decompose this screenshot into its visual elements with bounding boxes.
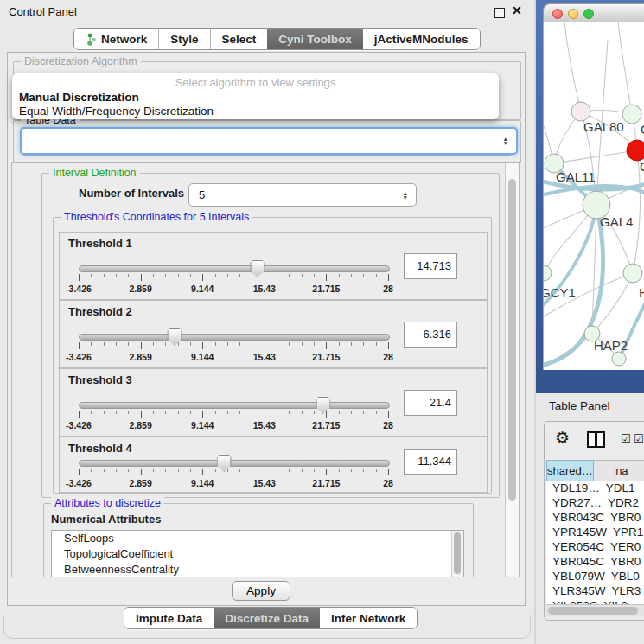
threshold-slider[interactable]: -3.4262.8599.14415.4321.71528	[79, 330, 388, 365]
table-row[interactable]: YBR045CYBR0	[546, 555, 644, 570]
network-node[interactable]	[543, 265, 552, 281]
table-cell[interactable]: YPR145W	[546, 526, 607, 540]
threshold-slider[interactable]: -3.4262.8599.14415.4321.71528	[79, 456, 388, 491]
float-window-icon[interactable]	[494, 8, 505, 18]
slider-tick	[326, 411, 327, 418]
table-row[interactable]: YLR345WYLR3	[546, 584, 644, 599]
threshold-value-field[interactable]: 11.344	[404, 449, 457, 475]
table-cell[interactable]: YER054C	[546, 540, 604, 555]
slider-track[interactable]	[79, 402, 390, 409]
numerical-attributes-label: Numerical Attributes	[51, 513, 161, 526]
minimize-window-icon[interactable]	[568, 9, 578, 19]
select-checkbox-icon[interactable]: ☑	[621, 432, 631, 445]
algorithm-option-manual-discretization[interactable]: Manual Discretization	[12, 90, 499, 104]
slider-tick	[91, 469, 92, 472]
table-row[interactable]: YER054CYER0	[546, 540, 644, 555]
table-cell[interactable]: YBL0	[605, 570, 644, 584]
network-node[interactable]	[623, 264, 642, 283]
slider-tick	[215, 411, 216, 414]
tab-label: Infer Network	[331, 612, 405, 625]
table-cell[interactable]: YDL1	[600, 481, 644, 496]
table-cell[interactable]: YBR0	[604, 511, 644, 526]
gear-icon[interactable]: ⚙	[555, 428, 570, 448]
threshold-slider[interactable]: -3.4262.8599.14415.4321.71528	[79, 262, 388, 296]
table-cell[interactable]: YLR3	[606, 584, 644, 599]
table-column-header[interactable]: shared…	[546, 460, 594, 481]
slider-tick	[351, 469, 352, 472]
threshold-value-field[interactable]: 21.4	[404, 390, 457, 416]
table-horizontal-scrollbar[interactable]	[546, 604, 644, 616]
slider-tick	[116, 469, 117, 472]
slider-tick	[363, 411, 364, 414]
table-column-header[interactable]: na	[594, 460, 644, 481]
slider-tick	[388, 411, 389, 418]
close-icon[interactable]: ✕	[512, 3, 522, 17]
attribute-item-betweennesscentrality[interactable]: BetweennessCentrality	[52, 562, 463, 577]
slider-track[interactable]	[79, 265, 390, 272]
control-panel-titlebar: Control Panel ✕	[0, 0, 534, 22]
tab-style[interactable]: Style	[158, 29, 209, 49]
settings-vertical-scrollbar[interactable]	[505, 163, 519, 578]
table-cell[interactable]: YBL079W	[546, 570, 605, 584]
select-all-checkbox-icon[interactable]: ☑	[634, 432, 644, 445]
tab-jactivemnodules[interactable]: jActiveMNodules	[363, 29, 480, 49]
tab-network[interactable]: Network	[74, 29, 158, 49]
attribute-item-selfloops[interactable]: SelfLoops	[52, 531, 463, 546]
slider-track[interactable]	[79, 334, 390, 341]
table-row[interactable]: YPR145WYPR1	[546, 526, 644, 540]
slider-tick	[227, 411, 228, 414]
table-cell[interactable]: YER0	[604, 540, 644, 555]
attributes-list-scrollbar[interactable]	[451, 531, 463, 577]
thresholds-group: Threshold's Coordinates for 5 Intervals …	[53, 217, 492, 494]
tab-select[interactable]: Select	[210, 29, 268, 49]
slider-tick	[339, 274, 340, 277]
threshold-value-field[interactable]: 6.316	[404, 322, 457, 348]
tab-label: Impute Data	[136, 612, 202, 625]
attribute-item-topologicalcoefficient[interactable]: TopologicalCoefficient	[52, 546, 463, 562]
table-row[interactable]: YBR043CYBR0	[546, 511, 644, 526]
slider-tick-label: -3.426	[66, 284, 92, 294]
slider-track[interactable]	[79, 460, 390, 467]
slider-tick	[265, 274, 265, 281]
network-node[interactable]	[571, 102, 590, 121]
table-cell[interactable]: YDL19…	[546, 481, 600, 496]
close-window-icon[interactable]	[552, 9, 563, 19]
slider-tick	[79, 274, 80, 281]
algorithm-placeholder-item: Select algorithm to view settings	[12, 73, 499, 90]
apply-row: Apply	[8, 577, 525, 605]
table-cell[interactable]: YDR2	[602, 496, 644, 511]
number-of-intervals-combobox[interactable]: 5 ▲▼	[188, 183, 417, 207]
slider-thumb[interactable]	[167, 328, 182, 346]
slider-tick	[314, 274, 315, 277]
table-row[interactable]: YDL19…YDL1	[546, 481, 644, 496]
threshold-value-field[interactable]: 14.713	[404, 253, 457, 279]
slider-tick	[128, 274, 129, 277]
slider-tick	[141, 411, 142, 418]
tab-impute-data[interactable]: Impute Data	[124, 608, 214, 628]
slider-thumb[interactable]	[316, 397, 330, 414]
threshold-slider[interactable]: -3.4262.8599.14415.4321.71528	[79, 399, 388, 433]
network-node[interactable]	[627, 140, 644, 161]
algorithm-option-equal-width-frequency-discretization[interactable]: Equal Width/Frequency Discretization	[12, 104, 499, 118]
network-node[interactable]	[612, 352, 626, 366]
network-node[interactable]	[622, 105, 641, 124]
split-columns-icon[interactable]	[587, 431, 605, 448]
slider-thumb[interactable]	[217, 455, 232, 472]
table-cell[interactable]: YBR045C	[546, 555, 604, 570]
zoom-window-icon[interactable]	[583, 9, 594, 19]
algorithm-combobox[interactable]: ▲▼	[20, 127, 518, 155]
tab-infer-network[interactable]: Infer Network	[320, 608, 417, 628]
table-cell[interactable]: YPR1	[607, 526, 644, 540]
table-row[interactable]: YBL079WYBL0	[546, 570, 644, 584]
apply-button[interactable]: Apply	[232, 581, 290, 601]
tab-cyni-toolbox[interactable]: Cyni Toolbox	[267, 29, 363, 49]
tab-label: Cyni Toolbox	[278, 33, 352, 46]
table-cell[interactable]: YLR345W	[546, 584, 606, 599]
table-row[interactable]: YDR27…YDR2	[546, 496, 644, 511]
tab-discretize-data[interactable]: Discretize Data	[214, 608, 320, 628]
slider-tick	[128, 342, 129, 346]
network-canvas[interactable]: GAL80GCGAL11GAL4GCY1HHAP2	[543, 22, 644, 370]
table-cell[interactable]: YDR27…	[546, 496, 602, 511]
table-cell[interactable]: YBR043C	[546, 511, 604, 526]
table-cell[interactable]: YBR0	[604, 555, 644, 570]
